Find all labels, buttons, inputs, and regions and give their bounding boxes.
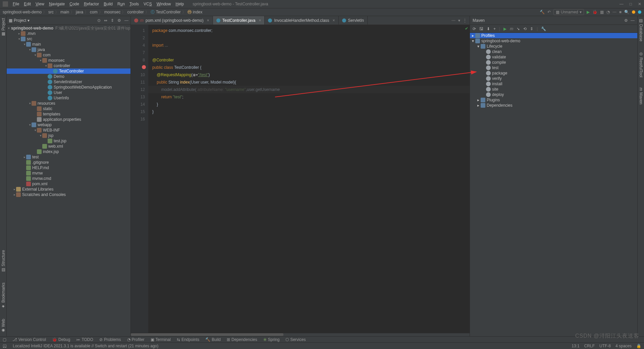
tree-webinf[interactable]: WEB-INF [43, 128, 60, 133]
tree-app[interactable]: SpringbootWebDemoApplication [54, 85, 112, 90]
tool-project[interactable]: ▦Project [1, 18, 6, 37]
project-root[interactable]: springboot-web-demo [11, 26, 53, 31]
menu-vcs[interactable]: VCS [142, 1, 154, 7]
tree-templates[interactable]: templates [43, 111, 60, 117]
bc-4[interactable]: com [90, 10, 98, 14]
bc-8[interactable]: index [193, 10, 203, 14]
target-icon[interactable]: ⊙ [97, 18, 101, 23]
menu-tools[interactable]: Tools [127, 1, 141, 7]
maven-compile[interactable]: compile [492, 60, 506, 65]
stop-icon[interactable]: ■ [619, 10, 622, 14]
tree-main[interactable]: main [32, 42, 41, 47]
maven-tree[interactable]: ▸Profiles ▾springboot-web-demo ▾Lifecycl… [470, 33, 637, 336]
tree-appprops[interactable]: application.properties [43, 117, 81, 122]
bc-3[interactable]: java [76, 10, 83, 14]
maven-toolbar[interactable]: ⟳ 🖫 ⬇ + | ▶ m ➘ ⟲ ⇕ | 🔧 [470, 25, 637, 33]
lock-icon[interactable]: 🔒 [636, 344, 641, 348]
tree-com[interactable]: com [43, 52, 51, 58]
collapse2-icon[interactable]: ⇕ [530, 27, 533, 31]
maven-project[interactable]: springboot-web-demo [481, 38, 520, 44]
run-icon[interactable]: ▶ [587, 10, 590, 14]
maven-lifecycle[interactable]: Lifecycle [487, 44, 502, 49]
tree-mvn[interactable]: .mvn [27, 31, 36, 36]
tree-pom[interactable]: pom.xml [32, 181, 47, 187]
search-icon[interactable]: 🔍 [624, 10, 629, 14]
maven-test[interactable]: test [492, 65, 498, 70]
tree-gitignore[interactable]: .gitignore [32, 160, 49, 165]
collapse-icon[interactable]: ⇔ [104, 18, 107, 23]
back-icon[interactable]: ↶ [547, 10, 551, 14]
skip-icon[interactable]: ➘ [517, 27, 520, 31]
tool-services[interactable]: ⬡Services [285, 337, 306, 342]
maven-profiles[interactable]: Profiles [481, 33, 495, 38]
menu-build[interactable]: Build [102, 1, 115, 7]
tree-webxml[interactable]: web.xml [48, 144, 63, 149]
project-panel-title[interactable]: ▦ Project ▾ [9, 18, 30, 23]
avatar-green[interactable] [632, 10, 635, 14]
tree-userinfo[interactable]: UserInfo [54, 95, 69, 101]
tree-jsp[interactable]: jsp [48, 133, 53, 138]
download-icon[interactable]: ⬇ [487, 27, 490, 31]
run-maven-icon[interactable]: ▶ [503, 27, 506, 31]
run-config-select[interactable]: ▦Unnamed▾ [553, 9, 584, 15]
m-icon[interactable]: m [510, 27, 513, 31]
tool-database[interactable]: ▤Database [639, 18, 643, 41]
expand-icon[interactable]: ⇕ [111, 18, 114, 23]
maven-verify[interactable]: verify [492, 76, 502, 81]
tree-help[interactable]: HELP.md [32, 165, 49, 170]
maven-hide-icon[interactable]: — [631, 18, 635, 23]
status-enc[interactable]: UTF-8 [599, 344, 611, 348]
tree-java[interactable]: java [38, 47, 45, 52]
main-menu[interactable]: File Edit View Navigate Code Refactor Bu… [11, 1, 186, 7]
coverage-icon[interactable]: ▦ [600, 10, 604, 14]
tree-mvnw[interactable]: mvnw [32, 170, 43, 176]
menu-view[interactable]: View [34, 1, 46, 7]
reload-icon[interactable]: ⟳ [473, 27, 476, 31]
wrench-icon[interactable]: 🔧 [541, 27, 546, 31]
maven-validate[interactable]: validate [492, 54, 506, 60]
tool-build[interactable]: 🔨Build [205, 337, 221, 342]
tree-extlib[interactable]: External Libraries [22, 187, 53, 192]
status-crlf[interactable]: CRLF [584, 344, 595, 348]
menu-run[interactable]: Run [115, 1, 127, 7]
tree-testcontroller[interactable]: TestController [59, 68, 84, 74]
menu-window[interactable]: Window [155, 1, 173, 7]
add-icon[interactable]: + [493, 27, 496, 31]
gear-icon[interactable]: ⚙ [117, 18, 121, 23]
bc-7[interactable]: TestController [156, 10, 181, 14]
tree-servletinit[interactable]: ServletInitializer [54, 79, 82, 85]
tool-structure[interactable]: ▤Structure [1, 250, 6, 272]
avatar-orange[interactable] [638, 10, 641, 14]
editor-hscrollbar[interactable] [131, 333, 470, 336]
menu-file[interactable]: File [11, 1, 21, 7]
maven-package[interactable]: package [492, 70, 507, 76]
tab-invocable[interactable]: InvocableHandlerMethod.class× [265, 16, 338, 24]
tree-indexjsp[interactable]: index.jsp [43, 149, 59, 154]
status-message[interactable]: Localized IntelliJ IDEA 2021.3.1 is avai… [13, 344, 158, 348]
tree-mvnwcmd[interactable]: mvnw.cmd [32, 176, 51, 181]
tree-demo[interactable]: Demo [54, 74, 64, 79]
refresh2-icon[interactable]: ⟲ [523, 27, 527, 31]
menu-edit[interactable]: Edit [22, 1, 33, 7]
maven-clean[interactable]: clean [492, 49, 502, 54]
menu-code[interactable]: Code [67, 1, 81, 7]
tool-versioncontrol[interactable]: ⎇Version Control [12, 337, 46, 342]
generate-icon[interactable]: 🖫 [479, 27, 483, 31]
bc-1[interactable]: src [48, 10, 54, 14]
hammer-icon[interactable]: 🔨 [540, 10, 545, 14]
tree-resources[interactable]: resources [38, 101, 55, 106]
bc-6[interactable]: controller [127, 10, 144, 14]
tree-moonsec[interactable]: moonsec [48, 58, 65, 63]
status-indent[interactable]: 4 spaces [615, 344, 632, 348]
close-icon[interactable]: ✕ [638, 2, 641, 6]
menu-navigate[interactable]: Navigate [47, 1, 67, 7]
tool-profiler[interactable]: ◔Profiler [127, 337, 145, 342]
attach-icon[interactable]: ⋯ [612, 10, 616, 14]
tree-webapp[interactable]: webapp [38, 122, 52, 128]
maven-site[interactable]: site [492, 87, 498, 92]
check-icon[interactable]: ✔ [465, 26, 468, 31]
notification-icon[interactable]: 🕮 [3, 344, 7, 348]
debug-icon[interactable]: 🐞 [592, 10, 597, 14]
tool-restful[interactable]: ◎RestfulTool [639, 51, 643, 77]
status-position[interactable]: 13:1 [572, 344, 579, 348]
